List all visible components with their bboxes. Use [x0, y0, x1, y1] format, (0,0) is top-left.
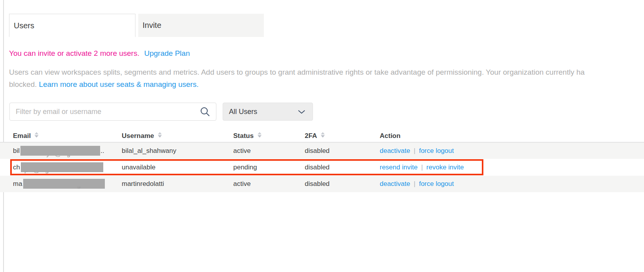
redacted-email-block: [23, 179, 105, 189]
sort-icon[interactable]: [321, 132, 325, 138]
email-cell: bil..: [13, 143, 104, 159]
tab-users[interactable]: Users: [9, 14, 135, 37]
force-logout-link[interactable]: force logout: [419, 147, 454, 154]
action-cell: resend invite|revoke invite: [380, 159, 464, 176]
tab-users-label: Users: [14, 21, 34, 30]
action-separator: |: [414, 147, 415, 154]
action-cell: deactivate|force logout: [380, 176, 454, 192]
table-header-row: Email Username Status 2FA Action: [0, 130, 644, 142]
chevron-down-icon: [298, 110, 306, 114]
column-header-status-label: Status: [233, 132, 254, 140]
column-header-status[interactable]: Status: [233, 130, 262, 142]
twofa-cell: disabled: [305, 143, 329, 159]
column-header-2fa[interactable]: 2FA: [305, 130, 325, 142]
description-line2: blocked. Learn more about user seats & m…: [9, 78, 644, 90]
action-cell: deactivate|force logout: [380, 143, 454, 159]
column-header-2fa-label: 2FA: [305, 132, 317, 140]
username-cell: martinredolatti: [122, 176, 164, 192]
column-header-username[interactable]: Username: [122, 130, 162, 142]
email-visible-prefix: ma: [13, 180, 22, 187]
seats-banner: You can invite or activate 2 more users.…: [9, 49, 190, 58]
user-management-page: Users Invite You can invite or activate …: [0, 0, 644, 272]
status-cell: active: [233, 176, 251, 192]
status-cell: active: [233, 143, 251, 159]
username-cell: unavailable: [122, 159, 156, 176]
redacted-email-block: [20, 146, 100, 156]
seats-message: You can invite or activate 2 more users.: [9, 49, 139, 57]
filter-field-wrap: [9, 103, 216, 121]
force-logout-link[interactable]: force logout: [419, 180, 454, 187]
column-header-email[interactable]: Email: [13, 130, 38, 142]
description-text: Users can view workspaces splits, segmen…: [9, 66, 644, 90]
column-header-email-label: Email: [13, 132, 31, 140]
upgrade-plan-link[interactable]: Upgrade Plan: [144, 49, 190, 57]
username-cell: bilal_al_shahwany: [122, 143, 176, 159]
action-separator: |: [414, 180, 415, 187]
filter-input[interactable]: [9, 103, 216, 121]
column-header-action-label: Action: [380, 132, 401, 140]
sort-icon[interactable]: [158, 132, 162, 138]
email-truncation-dots: ..: [101, 147, 104, 154]
table-row: ma martinredolatti active disabled deact…: [0, 176, 644, 192]
sort-icon[interactable]: [258, 132, 262, 138]
table-row: bil.. bilal_al_shahwany active disabled …: [0, 143, 644, 159]
redacted-email-block: [21, 162, 103, 172]
user-filter-dropdown[interactable]: All Users: [223, 103, 313, 121]
twofa-cell: disabled: [305, 159, 329, 176]
learn-more-link[interactable]: Learn more about user seats & managing u…: [39, 80, 199, 88]
column-header-username-label: Username: [122, 132, 154, 140]
email-cell: ma: [13, 176, 105, 192]
status-cell: pending: [233, 159, 257, 176]
description-line1: Users can view workspaces splits, segmen…: [9, 66, 644, 78]
email-cell: ch: [13, 159, 104, 176]
resend-invite-link[interactable]: resend invite: [380, 164, 417, 171]
description-line2-prefix: blocked.: [9, 80, 37, 88]
email-visible-prefix: bil: [13, 147, 20, 154]
tab-invite[interactable]: Invite: [138, 14, 264, 37]
sort-icon[interactable]: [35, 132, 38, 138]
email-visible-prefix: ch: [13, 164, 20, 171]
twofa-cell: disabled: [305, 176, 329, 192]
action-separator: |: [421, 164, 423, 171]
revoke-invite-link[interactable]: revoke invite: [426, 164, 464, 171]
table-row: ch unavailable pending disabled resend i…: [0, 159, 644, 176]
deactivate-link[interactable]: deactivate: [380, 147, 410, 154]
search-icon[interactable]: [200, 107, 210, 118]
tab-invite-label: Invite: [143, 21, 161, 30]
column-header-action: Action: [380, 130, 401, 142]
deactivate-link[interactable]: deactivate: [380, 180, 410, 187]
user-filter-selected-value: All Users: [229, 108, 257, 116]
